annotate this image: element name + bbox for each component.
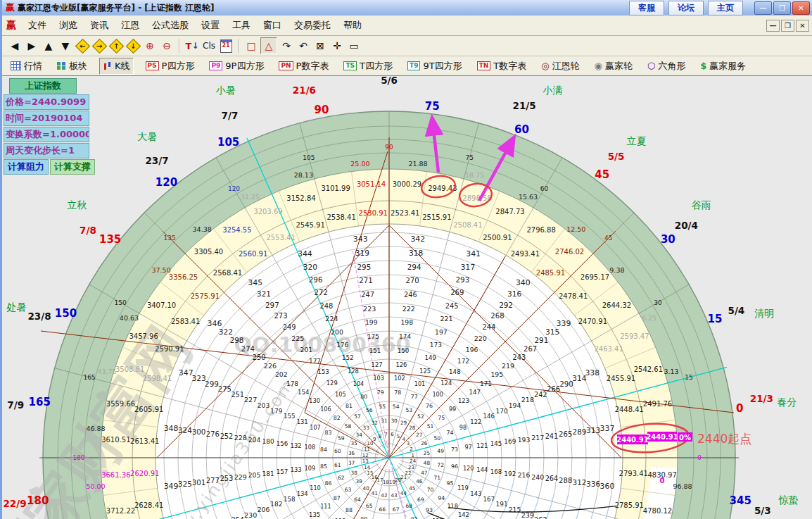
homepage-button[interactable]: 主页	[708, 1, 743, 15]
forum-button[interactable]: 论坛	[668, 1, 704, 15]
svg-text:27: 27	[416, 432, 422, 438]
svg-text:2538.41: 2538.41	[326, 213, 355, 221]
zoom-out-icon[interactable]: ⊖	[159, 38, 175, 54]
svg-text:122: 122	[470, 418, 481, 425]
svg-text:53: 53	[405, 407, 412, 413]
maximize-box-icon[interactable]: ⊠	[312, 38, 328, 54]
svg-text:44: 44	[400, 490, 407, 496]
minimize-button[interactable]: —	[754, 1, 772, 15]
next-icon[interactable]: ▶	[24, 38, 39, 54]
svg-text:110: 110	[310, 484, 320, 492]
fit-view-icon[interactable]: ✛	[329, 38, 345, 54]
svg-text:192: 192	[504, 470, 516, 477]
dollar-icon: $	[700, 61, 706, 71]
tab-winner-wheel[interactable]: ◉赢家轮	[592, 58, 635, 74]
tab-quotes[interactable]: 行情	[8, 58, 45, 74]
svg-text:清明: 清明	[754, 308, 774, 319]
svg-text:175: 175	[367, 333, 379, 340]
menu-window[interactable]: 窗口	[257, 17, 288, 34]
svg-text:107: 107	[310, 424, 320, 431]
svg-text:2553.41: 2553.41	[266, 234, 295, 242]
svg-text:28: 28	[409, 425, 416, 431]
menu-tools[interactable]: 工具	[226, 17, 257, 34]
svg-text:3305.40: 3305.40	[194, 248, 223, 256]
tab-kline[interactable]: K线	[99, 58, 134, 75]
svg-text:106: 106	[320, 406, 331, 413]
tab-winner-service[interactable]: $赢家服务	[697, 58, 749, 74]
svg-text:277: 277	[206, 477, 220, 484]
menu-help[interactable]: 帮助	[337, 17, 368, 34]
menu-settings[interactable]: 设置	[195, 17, 226, 34]
time-axis-icon[interactable]: T↓	[184, 38, 200, 54]
down-triangle-icon[interactable]: ▼	[58, 38, 73, 54]
tab-9p-square[interactable]: P99P四方形	[206, 58, 267, 74]
menu-formula-stock[interactable]: 公式选股	[146, 17, 195, 34]
9p-square-icon: P9	[209, 61, 222, 70]
menu-gann[interactable]: 江恩	[115, 17, 146, 34]
restore-button[interactable]: ❐	[773, 1, 791, 15]
svg-text:273: 273	[274, 312, 287, 320]
rotate-ccw-icon[interactable]: ↶	[296, 38, 311, 54]
mdi-restore-button[interactable]: ❐	[781, 20, 794, 32]
tab-p-number-table[interactable]: PNP数字表	[276, 58, 331, 74]
tab-sectors[interactable]: 板块	[54, 58, 90, 74]
svg-text:2493.41: 2493.41	[511, 250, 540, 258]
tab-gann-wheel[interactable]: ◎江恩轮	[538, 58, 582, 74]
svg-text:87: 87	[334, 495, 341, 501]
service-button[interactable]: 客服	[629, 1, 664, 15]
svg-text:86: 86	[324, 480, 331, 487]
triangle-tool-icon[interactable]: △	[260, 37, 277, 54]
tab-t-square[interactable]: TST四方形	[341, 58, 395, 74]
svg-text:60: 60	[540, 185, 549, 192]
mdi-minimize-button[interactable]: —	[766, 20, 780, 32]
prev-icon[interactable]: ◀	[7, 38, 23, 54]
rotate-cw-icon[interactable]: ↷	[279, 38, 294, 54]
diamond-right-icon[interactable]: →	[91, 38, 107, 54]
svg-text:226: 226	[264, 362, 277, 370]
svg-text:7/8: 7/8	[80, 225, 96, 236]
step-row: 周天变化步长=1	[4, 143, 89, 158]
svg-text:245: 245	[445, 302, 459, 310]
svg-text:15.63: 15.63	[519, 193, 538, 201]
calendar-icon[interactable]: 21	[218, 38, 234, 54]
svg-text:244: 244	[482, 323, 495, 331]
close-button[interactable]: ✕	[792, 1, 810, 15]
svg-text:25.00: 25.00	[350, 160, 369, 168]
tab-9t-square[interactable]: T99T四方形	[405, 58, 465, 74]
svg-text:2485.91: 2485.91	[536, 269, 565, 277]
svg-text:315: 315	[545, 327, 559, 337]
diamond-up-icon[interactable]: ↑	[108, 38, 124, 54]
svg-text:268: 268	[490, 312, 504, 320]
svg-text:218: 218	[521, 396, 534, 404]
tab-t-number-table[interactable]: TNT数字表	[474, 58, 530, 74]
svg-text:216: 216	[518, 471, 531, 479]
svg-text:30: 30	[391, 418, 398, 424]
menu-browse[interactable]: 浏览	[53, 17, 84, 34]
menu-news[interactable]: 资讯	[84, 17, 115, 34]
calc-support-button[interactable]: 计算支撑	[50, 159, 95, 175]
mdi-close-button[interactable]: ✕	[796, 20, 809, 32]
svg-text:小暑: 小暑	[216, 85, 236, 96]
svg-text:22/9: 22/9	[3, 498, 26, 509]
cls-button[interactable]: Cls	[201, 38, 217, 54]
screen-icon[interactable]: ▭	[346, 38, 362, 54]
diamond-down-icon[interactable]: ↓	[125, 38, 141, 54]
square-tool-icon[interactable]: □	[243, 38, 259, 54]
zoom-in-icon[interactable]: ⊕	[142, 38, 158, 54]
svg-text:135: 135	[164, 235, 176, 242]
diamond-left-icon[interactable]: ←	[75, 38, 90, 54]
svg-text:37: 37	[348, 460, 355, 466]
svg-text:65: 65	[366, 503, 373, 509]
tab-hexagon[interactable]: ⬡六角形	[645, 58, 688, 74]
up-triangle-icon[interactable]: ▲	[41, 38, 56, 54]
menu-file[interactable]: 文件	[22, 17, 53, 34]
calc-resistance-button[interactable]: 计算阻力	[4, 159, 49, 175]
svg-text:243: 243	[512, 354, 526, 361]
svg-text:58: 58	[345, 423, 352, 430]
svg-text:3000.29: 3000.29	[393, 180, 421, 188]
tab-p-square[interactable]: PSP四方形	[143, 58, 198, 74]
svg-text:23: 23	[408, 465, 414, 470]
svg-text:101: 101	[414, 380, 425, 387]
menu-trade[interactable]: 交易委托	[288, 17, 337, 34]
svg-text:336: 336	[586, 480, 601, 489]
